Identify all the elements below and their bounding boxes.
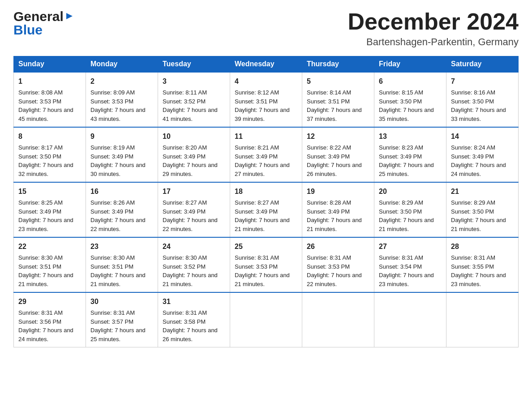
daylight-text: Daylight: 7 hours and 45 minutes.	[18, 107, 73, 122]
col-header-thursday: Thursday	[302, 56, 374, 73]
sunrise-text: Sunrise: 8:22 AM	[307, 144, 351, 151]
day-number: 11	[235, 131, 297, 142]
calendar-header-row: SundayMondayTuesdayWednesdayThursdayFrid…	[14, 56, 519, 73]
col-header-monday: Monday	[86, 56, 158, 73]
sunset-text: Sunset: 3:50 PM	[451, 208, 494, 215]
logo-arrow-icon	[64, 11, 74, 23]
day-number: 23	[90, 241, 153, 252]
calendar-cell	[302, 292, 374, 347]
daylight-text: Daylight: 7 hours and 26 minutes.	[163, 327, 218, 342]
calendar-cell	[374, 292, 446, 347]
sunrise-text: Sunrise: 8:31 AM	[451, 254, 495, 261]
logo-blue: Blue	[13, 22, 43, 38]
sunrise-text: Sunrise: 8:12 AM	[235, 89, 279, 96]
daylight-text: Daylight: 7 hours and 21 minutes.	[235, 272, 290, 287]
sunrise-text: Sunrise: 8:11 AM	[163, 89, 207, 96]
daylight-text: Daylight: 7 hours and 41 minutes.	[163, 107, 218, 122]
calendar-cell: 10Sunrise: 8:20 AMSunset: 3:49 PMDayligh…	[158, 127, 230, 182]
day-number: 17	[163, 186, 225, 197]
col-header-sunday: Sunday	[14, 56, 86, 73]
sunrise-text: Sunrise: 8:16 AM	[451, 89, 495, 96]
day-number: 5	[307, 76, 369, 87]
week-row-5: 29Sunrise: 8:31 AMSunset: 3:56 PMDayligh…	[14, 292, 519, 347]
daylight-text: Daylight: 7 hours and 39 minutes.	[235, 107, 290, 122]
day-number: 16	[90, 186, 153, 197]
calendar-cell: 22Sunrise: 8:30 AMSunset: 3:51 PMDayligh…	[14, 237, 86, 292]
calendar-cell: 26Sunrise: 8:31 AMSunset: 3:53 PMDayligh…	[302, 237, 374, 292]
col-header-saturday: Saturday	[446, 56, 519, 73]
daylight-text: Daylight: 7 hours and 32 minutes.	[18, 162, 73, 177]
sunset-text: Sunset: 3:49 PM	[163, 153, 206, 160]
calendar-cell: 4Sunrise: 8:12 AMSunset: 3:51 PMDaylight…	[230, 72, 302, 127]
day-number: 9	[90, 131, 153, 142]
daylight-text: Daylight: 7 hours and 21 minutes.	[451, 217, 506, 232]
sunrise-text: Sunrise: 8:28 AM	[307, 199, 351, 206]
day-number: 15	[18, 186, 81, 197]
sunrise-text: Sunrise: 8:31 AM	[90, 309, 135, 316]
sunset-text: Sunset: 3:50 PM	[379, 98, 422, 105]
day-number: 21	[451, 186, 514, 197]
week-row-4: 22Sunrise: 8:30 AMSunset: 3:51 PMDayligh…	[14, 237, 519, 292]
day-number: 18	[235, 186, 297, 197]
day-number: 30	[90, 296, 153, 307]
sunrise-text: Sunrise: 8:31 AM	[307, 254, 351, 261]
sunrise-text: Sunrise: 8:21 AM	[235, 144, 279, 151]
calendar-cell: 27Sunrise: 8:31 AMSunset: 3:54 PMDayligh…	[374, 237, 446, 292]
sunrise-text: Sunrise: 8:31 AM	[235, 254, 279, 261]
sunrise-text: Sunrise: 8:15 AM	[379, 89, 423, 96]
calendar-cell: 29Sunrise: 8:31 AMSunset: 3:56 PMDayligh…	[14, 292, 86, 347]
day-number: 19	[307, 186, 369, 197]
day-number: 26	[307, 241, 369, 252]
day-number: 4	[235, 76, 297, 87]
calendar-cell: 7Sunrise: 8:16 AMSunset: 3:50 PMDaylight…	[446, 72, 519, 127]
day-number: 3	[163, 76, 225, 87]
day-number: 7	[451, 76, 514, 87]
sunrise-text: Sunrise: 8:25 AM	[18, 199, 63, 206]
sunrise-text: Sunrise: 8:30 AM	[18, 254, 63, 261]
sunset-text: Sunset: 3:55 PM	[451, 263, 494, 270]
calendar-cell: 12Sunrise: 8:22 AMSunset: 3:49 PMDayligh…	[302, 127, 374, 182]
daylight-text: Daylight: 7 hours and 22 minutes.	[90, 217, 146, 232]
sunrise-text: Sunrise: 8:09 AM	[90, 89, 135, 96]
day-number: 22	[18, 241, 81, 252]
sunset-text: Sunset: 3:53 PM	[307, 263, 350, 270]
sunset-text: Sunset: 3:49 PM	[235, 208, 278, 215]
daylight-text: Daylight: 7 hours and 25 minutes.	[379, 162, 434, 177]
calendar-cell	[446, 292, 519, 347]
sunset-text: Sunset: 3:49 PM	[90, 208, 133, 215]
sunrise-text: Sunrise: 8:29 AM	[451, 199, 495, 206]
svg-marker-0	[66, 13, 73, 19]
daylight-text: Daylight: 7 hours and 30 minutes.	[90, 162, 146, 177]
sunrise-text: Sunrise: 8:30 AM	[90, 254, 135, 261]
calendar-cell: 23Sunrise: 8:30 AMSunset: 3:51 PMDayligh…	[86, 237, 158, 292]
sunset-text: Sunset: 3:52 PM	[163, 263, 206, 270]
week-row-2: 8Sunrise: 8:17 AMSunset: 3:50 PMDaylight…	[14, 127, 519, 182]
daylight-text: Daylight: 7 hours and 35 minutes.	[379, 107, 434, 122]
sunrise-text: Sunrise: 8:31 AM	[163, 309, 207, 316]
sunset-text: Sunset: 3:53 PM	[90, 98, 133, 105]
calendar-cell: 3Sunrise: 8:11 AMSunset: 3:52 PMDaylight…	[158, 72, 230, 127]
calendar-table: SundayMondayTuesdayWednesdayThursdayFrid…	[13, 56, 519, 347]
calendar-cell: 8Sunrise: 8:17 AMSunset: 3:50 PMDaylight…	[14, 127, 86, 182]
daylight-text: Daylight: 7 hours and 22 minutes.	[307, 272, 362, 287]
logo: General Blue	[13, 9, 74, 38]
sunset-text: Sunset: 3:51 PM	[90, 263, 133, 270]
week-row-3: 15Sunrise: 8:25 AMSunset: 3:49 PMDayligh…	[14, 182, 519, 237]
day-number: 20	[379, 186, 442, 197]
calendar-cell: 25Sunrise: 8:31 AMSunset: 3:53 PMDayligh…	[230, 237, 302, 292]
week-row-1: 1Sunrise: 8:08 AMSunset: 3:53 PMDaylight…	[14, 72, 519, 127]
logo-general: General	[13, 9, 64, 24]
sunset-text: Sunset: 3:49 PM	[235, 153, 278, 160]
sunset-text: Sunset: 3:49 PM	[307, 208, 350, 215]
sunset-text: Sunset: 3:50 PM	[451, 98, 494, 105]
day-number: 8	[18, 131, 81, 142]
daylight-text: Daylight: 7 hours and 23 minutes.	[18, 217, 73, 232]
daylight-text: Daylight: 7 hours and 33 minutes.	[451, 107, 506, 122]
sunset-text: Sunset: 3:58 PM	[163, 318, 206, 325]
sunset-text: Sunset: 3:49 PM	[90, 153, 133, 160]
calendar-cell: 14Sunrise: 8:24 AMSunset: 3:49 PMDayligh…	[446, 127, 519, 182]
sunset-text: Sunset: 3:49 PM	[379, 153, 422, 160]
calendar-cell: 15Sunrise: 8:25 AMSunset: 3:49 PMDayligh…	[14, 182, 86, 237]
day-number: 14	[451, 131, 514, 142]
col-header-wednesday: Wednesday	[230, 56, 302, 73]
